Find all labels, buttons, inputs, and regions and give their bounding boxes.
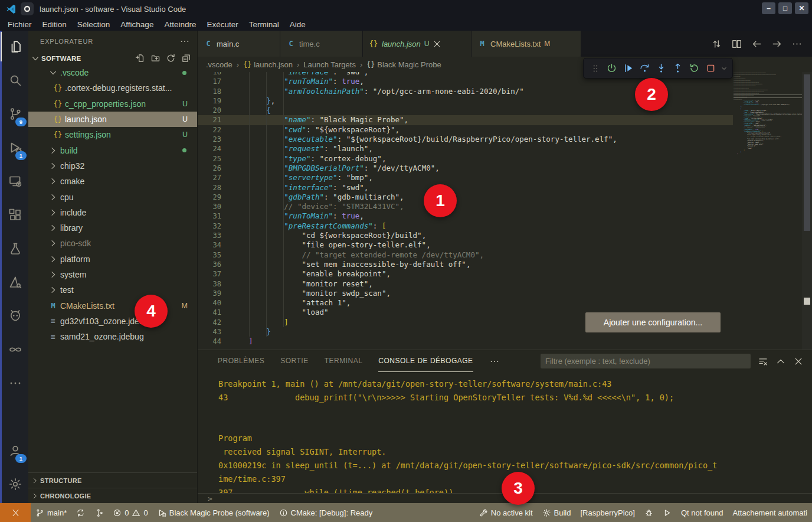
activity-extensions[interactable] xyxy=(2,200,28,230)
debug-continue-button[interactable] xyxy=(620,60,636,76)
add-configuration-button[interactable]: Ajouter une configuration... xyxy=(585,312,721,332)
code-line-19[interactable]: 19 }, xyxy=(198,96,812,106)
code-line-18[interactable]: 18 "armToolchainPath": "/opt/gcc-arm-non… xyxy=(198,87,812,96)
activity-more-views[interactable] xyxy=(2,368,28,398)
code-line-26[interactable]: 26 "BMPGDBSerialPort": "/dev/ttyACM0", xyxy=(198,164,812,173)
code-area[interactable]: 16 "interface": "swd",17 "runToMain": tr… xyxy=(198,72,812,347)
menu-item-fichier[interactable]: Fichier xyxy=(2,18,37,31)
minimap[interactable]: xxxxxxxxxxxxxxxxxxxxxxxxxxxxxxxxxxxxxxxx… xyxy=(734,72,802,350)
refresh-icon[interactable] xyxy=(166,53,176,63)
folder-section-header[interactable]: SOFTWARE xyxy=(28,51,197,65)
tree-item--vscode[interactable]: .vscode xyxy=(28,65,197,80)
status-debug-button[interactable] xyxy=(640,503,658,522)
activity-infinity-extension[interactable] xyxy=(2,335,28,364)
debug-chevron-down-button[interactable] xyxy=(719,60,729,76)
menu-item-atteindre[interactable]: Atteindre xyxy=(159,18,201,31)
collapse-all-icon[interactable] xyxy=(181,53,191,63)
breadcrumb-item-launch-targets[interactable]: Launch Targets xyxy=(303,60,356,69)
activity-accounts[interactable]: 1 xyxy=(2,436,28,465)
breadcrumb-item-black-magic-probe[interactable]: {}Black Magic Probe xyxy=(366,60,441,69)
minimize-button[interactable]: – xyxy=(762,2,775,14)
code-line-21[interactable]: 21 "name": "Black Magic Probe", xyxy=(198,115,733,125)
code-line-25[interactable]: 25 "type": "cortex-debug", xyxy=(198,154,812,164)
clear-console-icon[interactable] xyxy=(758,356,768,367)
tree-item-chip32[interactable]: chip32 xyxy=(28,158,197,174)
debug-restart-button[interactable] xyxy=(686,60,702,76)
menu-item-exécuter[interactable]: Exécuter xyxy=(201,18,243,31)
debug-power-button[interactable] xyxy=(604,60,620,76)
code-line-28[interactable]: 28 "interface": "swd", xyxy=(198,183,812,193)
tree-item-cmakelists-txt[interactable]: MCMakeLists.txtM xyxy=(28,298,197,313)
code-line-40[interactable]: 40 "attach 1", xyxy=(198,298,812,308)
tree-item-platform[interactable]: platform xyxy=(28,252,197,267)
split-editor-icon[interactable] xyxy=(731,38,742,50)
section-structure[interactable]: STRUCTURE xyxy=(28,472,197,488)
code-line-29[interactable]: 29 "gdbPath": "gdb-multiarch", xyxy=(198,193,812,202)
status-git-branch[interactable]: main* xyxy=(31,503,71,522)
code-line-22[interactable]: 22 "cwd": "${workspaceRoot}", xyxy=(198,125,812,135)
code-line-35[interactable]: 35 // "target extended-remote /dev/ttyAC… xyxy=(198,250,812,260)
tab-launch-json[interactable]: {}launch.jsonU xyxy=(363,31,472,57)
breadcrumb-item--vscode[interactable]: .vscode xyxy=(206,60,233,69)
status-build-button[interactable]: Build xyxy=(538,503,576,522)
status-cmake-status[interactable]: CMake: [Debug]: Ready xyxy=(274,503,378,522)
compare-changes-icon[interactable] xyxy=(711,38,722,50)
code-line-34[interactable]: 34 "file open-story-teller.elf", xyxy=(198,240,812,250)
status-active-kit[interactable]: No active kit xyxy=(474,503,538,522)
editor[interactable]: 16 "interface": "swd",17 "runToMain": tr… xyxy=(198,72,812,350)
new-folder-icon[interactable] xyxy=(150,53,161,63)
status-problems[interactable]: 00 xyxy=(108,503,152,522)
console-filter-input[interactable] xyxy=(541,354,751,368)
panel-tab-console-de-d-bogage[interactable]: CONSOLE DE DÉBOGAGE xyxy=(378,350,473,372)
new-file-icon[interactable] xyxy=(135,53,145,63)
status-remote[interactable] xyxy=(0,503,31,522)
menu-item-affichage[interactable]: Affichage xyxy=(115,18,159,31)
arrow-left-icon[interactable] xyxy=(751,38,762,50)
scrollbar-thumb[interactable] xyxy=(804,74,810,231)
menu-item-aide[interactable]: Aide xyxy=(284,18,311,31)
chevron-up-icon[interactable] xyxy=(775,356,786,367)
status-launch-button[interactable] xyxy=(658,503,676,522)
tree-item-samd21-ozone-jdebug[interactable]: ≡samd21_ozone.jdebug xyxy=(28,329,197,344)
code-line-30[interactable]: 30 // "device": "STM32L431VC", xyxy=(198,202,812,211)
code-line-31[interactable]: 31 "runToMain": true, xyxy=(198,211,812,221)
activity-run-debug[interactable]: 1 xyxy=(2,133,28,162)
panel-tab-probl-mes[interactable]: PROBLÈMES xyxy=(218,350,264,372)
section-chronologie[interactable]: CHRONOLOGIE xyxy=(28,488,197,503)
panel-tab-terminal[interactable]: TERMINAL xyxy=(325,350,363,372)
activity-cmake-tools[interactable] xyxy=(2,267,28,297)
close-button[interactable]: ✕ xyxy=(795,2,808,14)
panel-tab-sortie[interactable]: SORTIE xyxy=(280,350,308,372)
debug-step-over-button[interactable] xyxy=(637,60,653,76)
ellipsis-icon[interactable] xyxy=(791,38,803,50)
debug-gripper-button[interactable] xyxy=(587,60,603,76)
code-line-23[interactable]: 23 "executable": "${workspaceRoot}/build… xyxy=(198,135,812,144)
status-debug-target[interactable]: Black Magic Probe (software) xyxy=(153,503,274,522)
code-line-27[interactable]: 27 "servertype": "bmp", xyxy=(198,173,812,182)
status-sync[interactable] xyxy=(71,503,90,522)
activity-testing[interactable] xyxy=(2,234,28,263)
close-icon[interactable] xyxy=(793,356,804,367)
code-line-39[interactable]: 39 "monitor swdp_scan", xyxy=(198,289,812,298)
debug-step-out-button[interactable] xyxy=(670,60,686,76)
code-line-32[interactable]: 32 "preRestartCommands": [ xyxy=(198,221,812,231)
code-line-36[interactable]: 36 "set mem inaccessible-by-default off"… xyxy=(198,260,812,269)
tree-item-gd32vf103-ozone-jdebug[interactable]: ≡gd32vf103_ozone.jdebug xyxy=(28,314,197,329)
debug-stop-button[interactable] xyxy=(703,60,719,76)
status-qt-status[interactable]: Qt not found xyxy=(676,503,728,522)
arrow-right-icon[interactable] xyxy=(771,38,782,50)
tab-main-c[interactable]: Cmain.c xyxy=(198,31,280,57)
code-line-24[interactable]: 24 "request": "launch", xyxy=(198,144,812,154)
menu-item-sélection[interactable]: Sélection xyxy=(72,18,116,31)
tree-item--cortex-debug-registers-stat-[interactable]: {}.cortex-debug.registers.stat... xyxy=(28,80,197,96)
maximize-button[interactable]: □ xyxy=(778,2,792,14)
tree-item-cmake[interactable]: cmake xyxy=(28,174,197,189)
code-line-33[interactable]: 33 "cd ${workspaceRoot}/build", xyxy=(198,231,812,240)
activity-alien-extension[interactable] xyxy=(2,301,28,331)
menu-item-terminal[interactable]: Terminal xyxy=(244,18,284,31)
tab-cmakelists-txt[interactable]: MCMakeLists.txtM xyxy=(472,31,581,57)
tab-time-c[interactable]: Ctime.c xyxy=(280,31,363,57)
status-git-commits[interactable] xyxy=(90,503,108,522)
tree-item-library[interactable]: library xyxy=(28,220,197,236)
activity-remote-explorer[interactable] xyxy=(2,167,28,196)
